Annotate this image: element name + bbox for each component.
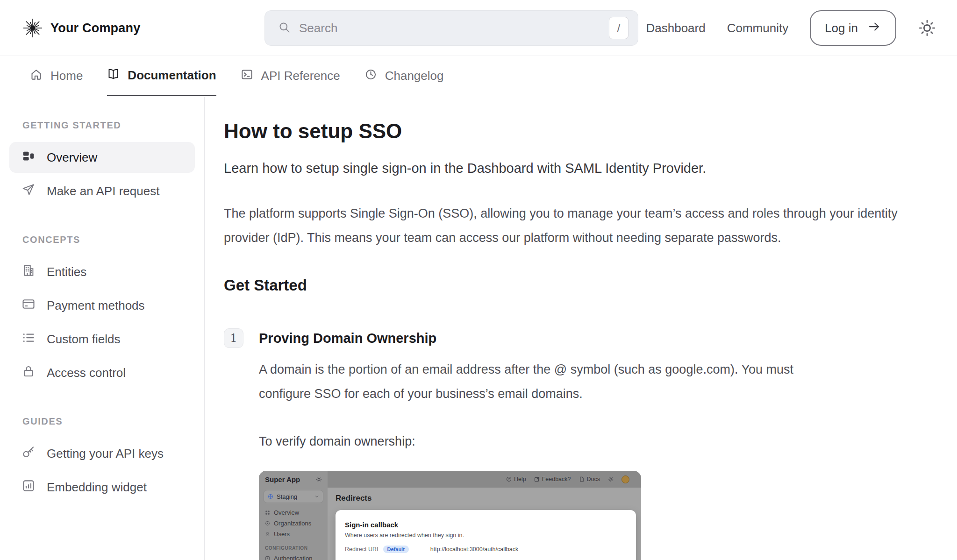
sidebar-item-embedding-widget[interactable]: Embedding widget [9, 472, 195, 503]
building-icon [21, 263, 36, 281]
tab-changelog[interactable]: Changelog [364, 56, 444, 96]
credit-card-icon [21, 297, 36, 314]
search-icon [278, 21, 291, 35]
ss-globe-icon [268, 494, 273, 499]
ss-nav-overview: Overview [259, 507, 328, 518]
ss-nav-label: Overview [274, 509, 299, 516]
open-book-icon [107, 68, 120, 84]
ss-sidebar: Super App Staging Overview [259, 471, 328, 560]
tab-api-reference[interactable]: API Reference [241, 56, 340, 96]
ss-docs-link: Docs [579, 476, 600, 482]
page-subtitle: Learn how to setup single sign-on in the… [224, 159, 957, 177]
ss-help-link: Help [506, 476, 526, 482]
ss-gear-icon [316, 476, 322, 482]
page-title: How to setup SSO [224, 119, 957, 143]
sidebar-item-label: Payment methods [47, 298, 145, 313]
ss-nav-authentication: Authentication [259, 553, 328, 560]
ss-brand-name: Super App [265, 475, 300, 483]
ss-signin-callback-card: Sign-in callback Where users are redirec… [336, 510, 636, 560]
tab-documentation[interactable]: Documentation [107, 56, 216, 96]
search-input[interactable] [299, 21, 609, 35]
nav-link-community[interactable]: Community [727, 21, 788, 35]
sidebar-section-concepts: CONCEPTS [22, 234, 195, 245]
ss-main-area: Redirects Sign-in callback Where users a… [328, 488, 641, 560]
list-icon [21, 331, 36, 348]
ss-redirect-uri-label: Redirect URI [345, 546, 379, 553]
sidebar-item-label: Make an API request [47, 184, 159, 198]
slash-shortcut-key: / [609, 17, 628, 39]
terminal-icon [241, 68, 253, 84]
ss-avatar [621, 475, 629, 483]
embedded-screenshot: Help Feedback? Docs Super App [259, 471, 641, 560]
ss-config-section-header: CONFIGURATION [265, 546, 328, 551]
sidebar-item-label: Access control [47, 366, 126, 380]
sidebar-section-getting-started: GETTING STARTED [22, 120, 195, 131]
sidebar-item-getting-api-keys[interactable]: Getting your API keys [9, 438, 195, 469]
sidebar-item-entities[interactable]: Entities [9, 256, 195, 287]
doc-sidebar: GETTING STARTED Overview Make an API req… [0, 97, 205, 560]
sidebar-item-custom-fields[interactable]: Custom fields [9, 324, 195, 354]
ss-card-description: Where users are redirected when they sig… [345, 532, 627, 539]
step-number-badge: 1 [224, 328, 243, 348]
lock-icon [21, 364, 36, 382]
key-icon [21, 445, 36, 462]
sidebar-section-guides: GUIDES [22, 416, 195, 427]
starburst-logo-icon [22, 18, 43, 38]
doc-content: How to setup SSO Learn how to setup sing… [205, 97, 957, 560]
login-button[interactable]: Log in [810, 10, 896, 46]
ss-redirect-url: http://localhost:3000/auth/callback [430, 546, 518, 553]
sidebar-item-overview[interactable]: Overview [9, 142, 195, 173]
ss-nav-organizations: Organizations [259, 518, 328, 529]
ss-card-title: Sign-in callback [345, 521, 627, 529]
nav-link-dashboard[interactable]: Dashboard [646, 21, 705, 35]
ss-environment-select: Staging [264, 490, 323, 503]
search-bar[interactable]: / [264, 10, 638, 46]
sidebar-item-access-control[interactable]: Access control [9, 357, 195, 388]
sidebar-item-label: Overview [47, 150, 97, 165]
login-button-label: Log in [825, 21, 858, 35]
clock-icon [364, 68, 377, 84]
step-lead-in: To verify domain ownership: [259, 429, 957, 454]
get-started-heading: Get Started [224, 276, 957, 295]
sidebar-item-label: Custom fields [47, 332, 121, 347]
tab-home[interactable]: Home [30, 56, 83, 96]
ss-docs-label: Docs [587, 476, 600, 482]
ss-feedback-link: Feedback? [534, 476, 571, 482]
sidebar-item-make-api-request[interactable]: Make an API request [9, 176, 195, 206]
ss-feedback-label: Feedback? [542, 476, 571, 482]
arrow-right-icon [867, 20, 881, 37]
ss-page-title: Redirects [336, 494, 641, 503]
intro-paragraph: The platform supports Single Sign-On (SS… [224, 201, 902, 250]
sidebar-item-label: Embedding widget [47, 480, 147, 495]
ss-nav-users: Users [259, 529, 328, 539]
step-body: A domain is the portion of an email addr… [259, 357, 841, 406]
sidebar-item-payment-methods[interactable]: Payment methods [9, 290, 195, 321]
brand[interactable]: Your Company [22, 0, 140, 56]
ss-environment-label: Staging [277, 493, 311, 500]
ss-nav-label: Users [274, 531, 290, 538]
tab-changelog-label: Changelog [385, 69, 444, 83]
ss-nav-label: Organizations [274, 520, 311, 527]
theme-toggle-sun-icon[interactable] [918, 19, 936, 37]
step-title: Proving Domain Ownership [259, 331, 436, 346]
tab-api-reference-label: API Reference [261, 69, 340, 83]
sidebar-item-label: Entities [47, 265, 86, 279]
home-icon [30, 68, 43, 84]
paper-plane-icon [21, 183, 36, 200]
ss-help-label: Help [514, 476, 526, 482]
primary-tabbar: Home Documentation API Reference Changel… [0, 56, 957, 96]
sidebar-item-label: Getting your API keys [47, 447, 164, 461]
ss-default-badge: Default [383, 546, 409, 553]
ss-chevron-down-icon [314, 494, 319, 499]
top-header: Your Company / Dashboard Community Log i… [0, 0, 957, 56]
brand-name: Your Company [50, 21, 140, 35]
ss-nav-label: Authentication [274, 555, 312, 560]
tab-home-label: Home [50, 69, 83, 83]
tab-documentation-label: Documentation [128, 68, 216, 83]
bar-chart-box-icon [21, 479, 36, 496]
dashboard-overview-icon [21, 149, 36, 166]
ss-theme-sun-icon [608, 476, 614, 482]
